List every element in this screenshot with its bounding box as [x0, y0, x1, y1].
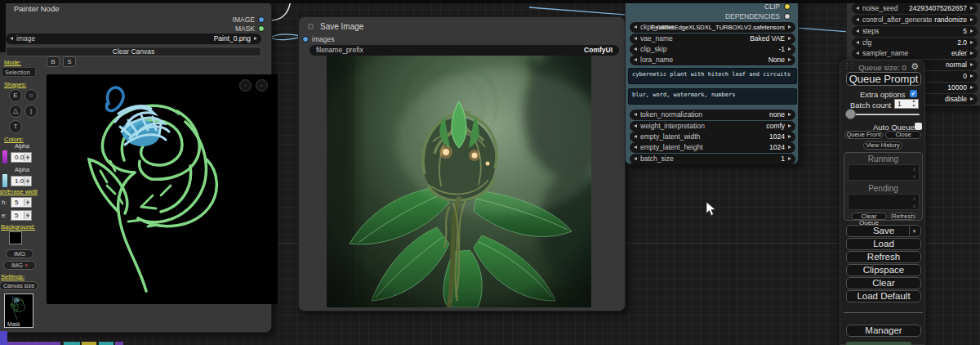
combo-prev-icon[interactable]: [634, 157, 637, 160]
painter-node[interactable]: Painter Node IMAGE MASK image Paint_0.pn…: [0, 1, 272, 333]
generated-image-preview[interactable]: [327, 56, 591, 307]
refresh-button[interactable]: Refresh: [846, 251, 921, 263]
combo-next-icon[interactable]: [788, 157, 791, 160]
brush-mode-button[interactable]: B: [47, 56, 60, 67]
gear-icon[interactable]: ⚙: [911, 61, 919, 72]
canvas-size-button[interactable]: Canvas size: [0, 281, 38, 290]
steps-widget[interactable]: steps 5: [852, 26, 978, 37]
combo-prev-icon[interactable]: [856, 29, 859, 33]
combo-next-icon[interactable]: [970, 86, 973, 89]
lora-name-widget[interactable]: lora_name None: [630, 55, 795, 65]
noise-seed-widget[interactable]: noise_seed 242934075262657: [852, 3, 978, 14]
positive-prompt-textarea[interactable]: cybernetic plant with hitech leaf and ci…: [628, 68, 797, 84]
filename-prefix-widget[interactable]: filename_prefix ComfyUI: [310, 45, 619, 56]
negative-prompt-textarea[interactable]: blur, word, watermark, numbers: [628, 88, 797, 105]
share-button-partial[interactable]: [846, 342, 911, 345]
image-output-slot[interactable]: [258, 16, 265, 23]
second-alpha-spinner[interactable]: 1.0: [11, 176, 32, 186]
mask-thumbnail[interactable]: Mask: [4, 293, 33, 328]
images-input-slot[interactable]: [302, 36, 309, 43]
save-button[interactable]: Save ▼: [846, 225, 921, 237]
combo-next-icon[interactable]: [970, 63, 973, 66]
sampler-name-widget[interactable]: sampler_name euler: [852, 48, 978, 59]
paint-canvas[interactable]: ◦ ▫: [47, 74, 278, 304]
combo-next-icon[interactable]: [788, 37, 791, 40]
combo-next-icon[interactable]: [970, 97, 973, 101]
combo-next-icon[interactable]: [970, 52, 973, 55]
mode-select[interactable]: Selection: [2, 67, 36, 77]
tool-circle-button[interactable]: ○: [24, 89, 38, 102]
combo-prev-icon[interactable]: [634, 135, 637, 138]
pending-list[interactable]: ∧ ∨: [848, 194, 920, 210]
load-default-button[interactable]: Load Default: [846, 290, 921, 302]
img-button[interactable]: IMG: [6, 249, 33, 258]
combo-next-icon[interactable]: [788, 124, 791, 128]
load-button[interactable]: Load: [846, 238, 921, 250]
spinner-arrows-icon[interactable]: [24, 177, 30, 185]
combo-next-icon[interactable]: [788, 25, 791, 29]
batch-count-slider-knob[interactable]: [845, 109, 856, 119]
img-remove-button[interactable]: IMG ×: [3, 261, 36, 270]
clip-output-slot[interactable]: [784, 3, 791, 10]
comfyui-graph-canvas[interactable]: Painter Node IMAGE MASK image Paint_0.pn…: [0, 0, 980, 345]
ckpt-name-widget[interactable]: ckpt_name RealitiesEdgeXLSDXL_TURBOXLV2.…: [630, 22, 795, 33]
cfg-widget[interactable]: cfg 2.0: [852, 38, 978, 48]
auto-queue-checkbox[interactable]: [915, 123, 922, 130]
efficient-loader-node[interactable]: CLIP DEPENDENCIES ckpt_name RealitiesEdg…: [625, 0, 799, 164]
empty-latent-height-widget[interactable]: empty_latent_height 1024: [630, 142, 795, 153]
scroll-down-icon[interactable]: ∨: [911, 173, 918, 179]
clipspace-button[interactable]: Clipspace: [846, 264, 921, 276]
combo-next-icon[interactable]: [788, 146, 791, 149]
combo-prev-icon[interactable]: [856, 41, 859, 44]
collapse-dot-icon[interactable]: [308, 24, 314, 29]
refresh-queue-button[interactable]: Refresh: [890, 213, 916, 220]
clear-queue-button[interactable]: Clear Queue: [851, 213, 887, 220]
tool-triangle-button[interactable]: △: [9, 105, 22, 118]
combo-prev-icon[interactable]: [634, 47, 637, 51]
combo-prev-icon[interactable]: [634, 25, 637, 29]
combo-next-icon[interactable]: [788, 113, 791, 116]
combo-next-icon[interactable]: [788, 135, 791, 138]
view-history-button[interactable]: View History: [863, 141, 902, 150]
combo-next-icon[interactable]: [254, 37, 257, 40]
combo-prev-icon[interactable]: [634, 113, 637, 116]
vae-name-widget[interactable]: vae_name Baked VAE: [630, 34, 795, 44]
comfyui-menu-panel[interactable]: ⋮⋮ Queue size: 0 ⚙ Queue Prompt Extra op…: [840, 60, 925, 345]
dependencies-output-slot[interactable]: [784, 13, 791, 20]
combo-next-icon[interactable]: [788, 58, 791, 61]
canvas-action-button-1[interactable]: ◦: [239, 79, 252, 92]
tool-text-button[interactable]: T: [9, 120, 22, 133]
second-color-swatch[interactable]: [2, 174, 7, 187]
combo-next-icon[interactable]: [970, 29, 973, 33]
combo-next-icon[interactable]: [970, 18, 973, 21]
clear-button[interactable]: Clear: [846, 277, 921, 289]
empty-latent-width-widget[interactable]: empty_latent_width 1024: [630, 132, 795, 142]
scroll-down-icon[interactable]: ∨: [911, 203, 918, 208]
brush-color-swatch[interactable]: [2, 150, 7, 164]
weight-interpretation-widget[interactable]: weight_interpretation comfy: [630, 121, 795, 132]
erase-width-spinner[interactable]: 5: [11, 210, 32, 221]
combo-next-icon[interactable]: [970, 74, 973, 78]
image-combo-widget[interactable]: image Paint_0.png: [6, 34, 261, 44]
manager-button[interactable]: Manager: [846, 325, 921, 337]
queue-prompt-button[interactable]: Queue Prompt: [846, 72, 921, 86]
save-image-node[interactable]: Save Image images filename_prefix ComfyU…: [298, 16, 626, 311]
clip-skip-widget[interactable]: clip_skip -1: [630, 44, 795, 55]
combo-prev-icon[interactable]: [10, 37, 13, 40]
spinner-arrows-icon[interactable]: [24, 154, 30, 161]
mask-output-slot[interactable]: [258, 25, 265, 32]
batch-size-widget[interactable]: batch_size 1: [630, 154, 795, 164]
control-after-generate-widget[interactable]: control_after_generate randomize: [852, 15, 978, 25]
tool-line-button[interactable]: |: [24, 105, 38, 118]
selection-mode-button[interactable]: S: [63, 56, 76, 67]
close-button[interactable]: Close: [885, 131, 921, 139]
batch-count-slider-track[interactable]: [847, 114, 920, 115]
canvas-action-button-2[interactable]: ▫: [256, 79, 268, 92]
combo-prev-icon[interactable]: [634, 124, 637, 128]
combo-next-icon[interactable]: [788, 47, 791, 51]
running-list[interactable]: ∧ ∨: [848, 164, 920, 181]
clear-canvas-button[interactable]: Clear Canvas: [6, 47, 261, 56]
combo-next-icon[interactable]: [970, 41, 973, 44]
combo-next-icon[interactable]: [970, 7, 973, 10]
combo-prev-icon[interactable]: [856, 52, 859, 55]
